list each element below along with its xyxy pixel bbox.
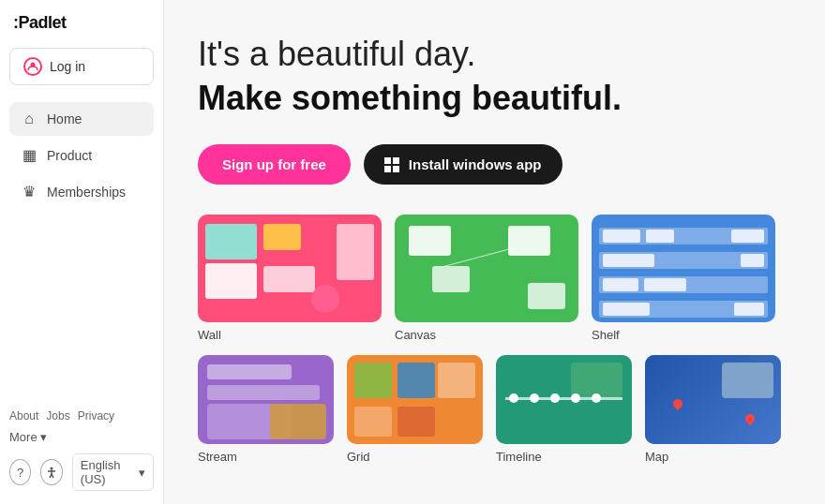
grid-card-1 (354, 363, 392, 398)
footer-jobs-link[interactable]: Jobs (46, 409, 69, 422)
shelf-item-3 (731, 230, 764, 243)
shelf-item-7 (644, 278, 686, 291)
timeline-dot-1 (509, 393, 518, 403)
grid-thumbnail (347, 355, 483, 444)
sidebar-item-product[interactable]: ▦ Product (9, 138, 154, 172)
wall-card-3 (205, 263, 257, 299)
shelf-item-4 (603, 254, 654, 267)
product-icon: ▦ (21, 146, 38, 164)
shelf-label: Shelf (592, 328, 775, 342)
stream-img (270, 404, 326, 439)
shelf-row-2 (599, 252, 768, 269)
canvas-card-4 (528, 283, 565, 309)
wall-card-5 (263, 266, 315, 292)
sidebar-item-memberships[interactable]: ♛ Memberships (9, 174, 154, 209)
gallery-item-shelf[interactable]: Shelf (592, 215, 775, 342)
windows-icon (384, 157, 399, 172)
gallery-item-timeline[interactable]: Timeline (496, 355, 632, 464)
chevron-down-icon: ▾ (40, 430, 47, 444)
canvas-line (442, 247, 516, 268)
logo: :Padlet (9, 13, 154, 33)
sidebar-footer: About Jobs Privacy More ▾ ? English (US)… (9, 409, 154, 491)
sidebar-item-memberships-label: Memberships (47, 185, 126, 200)
svg-point-1 (51, 467, 53, 470)
sidebar-item-home-label: Home (47, 111, 82, 126)
grid-card-3 (438, 363, 475, 398)
timeline-line (505, 397, 622, 400)
grid-card-5 (398, 407, 435, 437)
shelf-item-1 (603, 230, 640, 243)
grid-card-2 (398, 363, 435, 398)
install-label: Install windows app (409, 156, 542, 172)
timeline-dot-4 (571, 393, 580, 403)
help-icon[interactable]: ? (9, 459, 31, 485)
hero-line1: It's a beautiful day. (198, 34, 791, 74)
language-selector[interactable]: English (US) ▾ (72, 453, 154, 491)
wall-card-2 (263, 224, 301, 250)
cta-buttons: Sign up for free Install windows app (198, 144, 791, 185)
shelf-row-1 (599, 228, 768, 245)
signup-button[interactable]: Sign up for free (198, 144, 351, 185)
sidebar-nav: ⌂ Home ▦ Product ♛ Memberships (9, 102, 154, 211)
gallery-item-grid[interactable]: Grid (347, 355, 483, 464)
canvas-card-2 (508, 226, 550, 256)
grid-card-4 (354, 407, 392, 437)
timeline-dot-5 (592, 393, 601, 403)
wall-card-6 (311, 285, 339, 313)
wall-card-4 (337, 224, 374, 280)
lang-chevron-icon: ▾ (139, 466, 145, 480)
main-content: It's a beautiful day. Make something bea… (164, 0, 825, 504)
shelf-row-4 (599, 301, 768, 318)
svg-line-5 (52, 474, 53, 478)
shelf-item-8 (603, 303, 650, 316)
home-icon: ⌂ (21, 111, 38, 127)
footer-bottom: ? English (US) ▾ (9, 453, 154, 491)
timeline-label: Timeline (496, 450, 632, 464)
wall-card-1 (205, 224, 257, 259)
stream-card-2 (207, 385, 320, 400)
sidebar-item-home[interactable]: ⌂ Home (9, 102, 154, 136)
timeline-thumbnail (496, 355, 632, 444)
login-button[interactable]: Log in (9, 48, 154, 85)
gallery-item-wall[interactable]: Wall (198, 215, 382, 342)
login-label: Log in (50, 59, 85, 74)
stream-label: Stream (198, 450, 334, 464)
map-label: Map (645, 450, 781, 464)
gallery-item-stream[interactable]: Stream (198, 355, 334, 464)
user-icon (23, 57, 42, 76)
hero-line2: Make something beautiful. (198, 78, 791, 118)
sidebar-item-product-label: Product (47, 148, 92, 163)
gallery-row-2: Stream Grid (198, 355, 791, 464)
grid-label: Grid (347, 450, 483, 464)
canvas-label: Canvas (395, 328, 578, 342)
shelf-row-3 (599, 276, 768, 293)
stream-card-1 (207, 364, 292, 379)
canvas-card-1 (409, 226, 451, 256)
shelf-thumbnail (592, 215, 775, 322)
footer-more-button[interactable]: More ▾ (9, 430, 47, 444)
gallery-row-1: Wall Canvas (198, 215, 791, 342)
accessibility-icon[interactable] (40, 459, 62, 485)
canvas-card-3 (432, 266, 470, 292)
hero-section: It's a beautiful day. Make something bea… (198, 34, 791, 118)
canvas-thumbnail (395, 215, 578, 322)
gallery: Wall Canvas (198, 215, 791, 464)
language-label: English (US) (81, 458, 135, 486)
gallery-item-canvas[interactable]: Canvas (395, 215, 578, 342)
footer-links: About Jobs Privacy More ▾ (9, 409, 154, 444)
stream-thumbnail (198, 355, 334, 444)
map-thumbnail (645, 355, 781, 444)
sidebar: :Padlet Log in ⌂ Home ▦ Product ♛ Member… (0, 0, 164, 504)
timeline-dot-2 (530, 393, 539, 403)
footer-privacy-link[interactable]: Privacy (78, 409, 114, 422)
shelf-item-6 (603, 278, 638, 291)
memberships-icon: ♛ (21, 183, 38, 200)
gallery-item-map[interactable]: Map (645, 355, 781, 464)
map-image (722, 363, 773, 398)
install-button[interactable]: Install windows app (364, 144, 562, 185)
wall-label: Wall (198, 328, 382, 342)
timeline-dot-3 (550, 393, 560, 403)
shelf-item-2 (646, 230, 674, 243)
shelf-item-5 (741, 254, 764, 267)
footer-about-link[interactable]: About (9, 409, 38, 422)
